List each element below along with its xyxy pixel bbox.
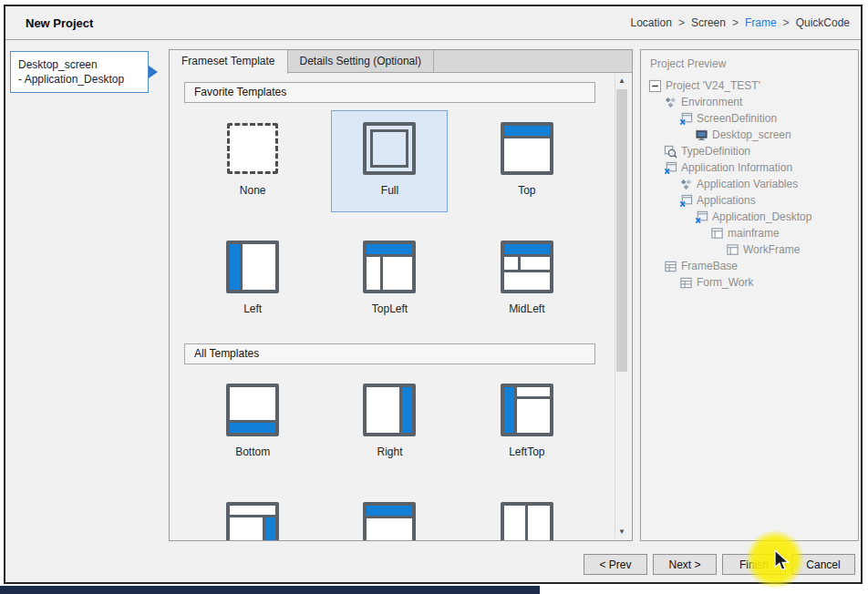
scrollbar-up-arrow-icon[interactable]: ▲ <box>615 74 628 87</box>
breadcrumb-step-screen: Screen <box>691 16 726 29</box>
prev-button[interactable]: < Prev <box>584 554 647 575</box>
tree-label: Form_Work <box>697 276 753 289</box>
magnifier-icon <box>664 145 677 159</box>
tree-item-mainframe[interactable]: mainframe <box>641 225 858 241</box>
cancel-button[interactable]: Cancel <box>791 554 855 575</box>
breadcrumb-step-frame: Frame <box>745 16 777 29</box>
template-card-partial-3[interactable] <box>469 490 585 540</box>
template-thumb-bottom <box>226 384 279 436</box>
window-x-icon <box>695 210 708 224</box>
template-card-midleft[interactable]: MidLeft <box>469 229 585 331</box>
all-templates-grid: Bottom Right LeftTop <box>184 372 595 540</box>
tree-label: Applications <box>697 194 756 207</box>
template-thumb-partial-3 <box>501 502 553 540</box>
dialog-title: New Project <box>26 16 93 30</box>
template-scroll-area: Favorite Templates None Full Top <box>170 73 632 540</box>
template-card-partial-2[interactable] <box>331 490 448 540</box>
tree-item-desktop-screen[interactable]: Desktop_screen <box>641 127 858 143</box>
template-panel: Frameset Template Details Setting (Optio… <box>169 49 633 541</box>
template-label-topleft: TopLeft <box>372 302 408 315</box>
tree-label: Application Variables <box>697 178 798 190</box>
next-button[interactable]: Next > <box>653 554 717 575</box>
tree-item-form-work[interactable]: Form_Work <box>641 274 858 291</box>
scrollbar-thumb[interactable] <box>616 89 627 372</box>
template-thumb-full <box>363 122 416 175</box>
finish-button[interactable]: Finish <box>722 554 786 575</box>
template-card-full[interactable]: Full <box>331 110 448 212</box>
tree-label: Application Information <box>681 161 792 174</box>
frame-icon <box>710 227 724 241</box>
screen-item-line2: - Application_Desktop <box>18 72 140 87</box>
tree-label: Application_Desktop <box>712 210 811 223</box>
template-thumb-top <box>501 122 553 175</box>
template-label-none: None <box>240 184 266 197</box>
vertical-scrollbar[interactable]: ▲ ▼ <box>615 74 627 538</box>
template-thumb-right <box>363 384 416 436</box>
tree-item-applications[interactable]: Applications <box>641 192 858 209</box>
tree-item-screendefinition[interactable]: ScreenDefinition <box>641 110 858 127</box>
template-card-partial-1[interactable] <box>194 490 311 540</box>
tree-item-workframe[interactable]: WorkFrame <box>641 241 858 258</box>
tree-item-application-information[interactable]: Application Information <box>641 159 858 176</box>
template-label-lefttop: LeftTop <box>509 446 544 458</box>
tab-details-setting[interactable]: Details Setting (Optional) <box>288 50 434 72</box>
diamonds-icon <box>679 178 693 191</box>
template-thumb-partial-1 <box>226 502 279 540</box>
template-card-left[interactable]: Left <box>194 229 311 331</box>
template-thumb-lefttop <box>501 384 553 436</box>
template-thumb-midleft <box>501 241 553 293</box>
breadcrumb-separator: > <box>732 16 739 29</box>
template-thumb-topleft <box>363 241 416 293</box>
tree-label: ScreenDefinition <box>697 112 777 125</box>
tree-item-environment[interactable]: Environment <box>641 94 858 110</box>
tree-label: TypeDefinition <box>681 145 750 158</box>
favorite-templates-grid: None Full Top Left <box>184 110 595 331</box>
tree-item-application-variables[interactable]: Application Variables <box>641 176 858 192</box>
grid-icon <box>679 276 693 290</box>
template-card-top[interactable]: Top <box>469 110 585 212</box>
template-label-midleft: MidLeft <box>509 302 544 315</box>
window-x-icon <box>664 161 677 175</box>
screen-item-line1: Desktop_screen <box>18 57 140 72</box>
tree-label: Environment <box>681 96 742 108</box>
breadcrumb-step-location: Location <box>631 16 672 29</box>
template-label-left: Left <box>243 302 262 315</box>
scrollbar-down-arrow-icon[interactable]: ▼ <box>615 525 628 538</box>
wizard-breadcrumb: Location > Screen > Frame > QuickCode <box>631 16 851 29</box>
template-card-topleft[interactable]: TopLeft <box>331 229 448 331</box>
project-preview-panel: Project Preview Project 'V24_TEST' Envir… <box>640 49 859 541</box>
template-card-right[interactable]: Right <box>331 372 448 474</box>
template-card-bottom[interactable]: Bottom <box>194 372 311 474</box>
tree-label: Desktop_screen <box>712 128 791 141</box>
dialog-titlebar: New Project Location > Screen > Frame > … <box>5 6 861 40</box>
selection-arrow-icon <box>149 66 158 78</box>
template-card-lefttop[interactable]: LeftTop <box>469 372 585 474</box>
template-card-none[interactable]: None <box>194 110 311 212</box>
sidebar-item-desktop-screen[interactable]: Desktop_screen - Application_Desktop <box>10 51 149 93</box>
taskbar-sliver <box>0 586 540 594</box>
breadcrumb-separator: > <box>783 16 790 29</box>
favorite-templates-header: Favorite Templates <box>184 82 595 103</box>
template-label-bottom: Bottom <box>235 446 270 458</box>
diamonds-icon <box>664 96 677 109</box>
tab-strip: Frameset Template Details Setting (Optio… <box>170 50 632 73</box>
tree-item-project[interactable]: Project 'V24_TEST' <box>641 77 858 94</box>
project-icon <box>648 79 662 93</box>
template-thumb-partial-2 <box>363 502 416 540</box>
tree-label: FrameBase <box>681 260 738 272</box>
tree-item-framebase[interactable]: FrameBase <box>641 258 858 274</box>
template-thumb-left <box>226 241 279 293</box>
template-label-right: Right <box>377 446 402 458</box>
tree-label: mainframe <box>728 227 780 240</box>
template-label-top: Top <box>518 184 535 197</box>
breadcrumb-step-quickcode: QuickCode <box>796 16 850 29</box>
template-label-full: Full <box>381 184 398 197</box>
wizard-footer: < Prev Next > Finish Cancel <box>584 554 855 575</box>
tree-item-typedefinition[interactable]: TypeDefinition <box>641 143 858 159</box>
tab-frameset-template[interactable]: Frameset Template <box>170 50 288 74</box>
tree-item-application-desktop[interactable]: Application_Desktop <box>641 209 858 225</box>
desktop-background: New Project Location > Screen > Frame > … <box>0 0 868 594</box>
template-thumb-none <box>227 123 278 174</box>
window-x-icon <box>679 194 693 208</box>
frame-icon <box>726 243 739 257</box>
